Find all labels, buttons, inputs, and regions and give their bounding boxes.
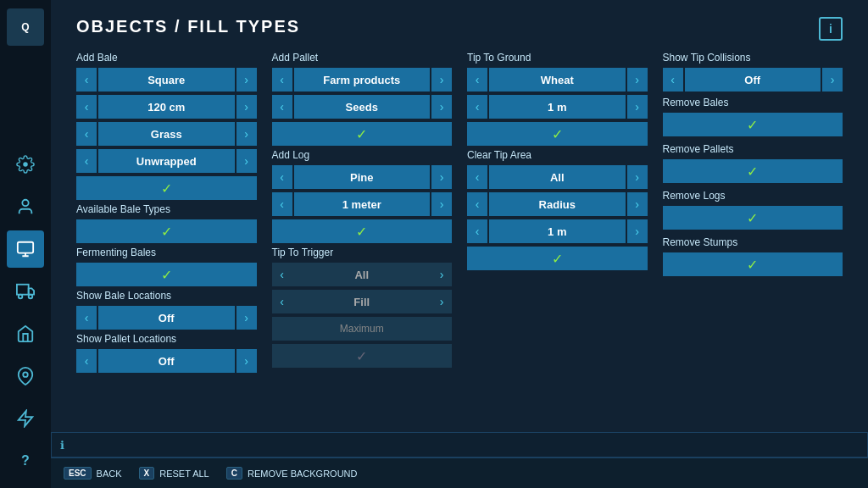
clear-dist-next[interactable]: ›	[627, 219, 648, 243]
bale-shape-selector: ‹ Square ›	[76, 68, 257, 92]
clear-all-prev[interactable]: ‹	[467, 165, 487, 189]
trig2-prev[interactable]: ‹	[272, 290, 292, 313]
remove-stumps-label: Remove Stumps	[663, 236, 843, 248]
reset-label: RESET ALL	[159, 469, 209, 479]
collisions-next[interactable]: ›	[822, 68, 843, 92]
map-icon[interactable]	[7, 358, 44, 395]
add-bale-section: Add Bale ‹ Square › ‹ 120 cm › ‹ Grass ›…	[76, 52, 257, 376]
bale-check1[interactable]: ✓	[76, 176, 257, 200]
clear-dist-value: 1 m	[489, 219, 626, 243]
vehicle-icon[interactable]	[7, 273, 44, 310]
svg-point-0	[22, 200, 28, 206]
back-label: BACK	[97, 469, 122, 479]
clear-dist-prev[interactable]: ‹	[467, 219, 487, 243]
pallet-type2-prev[interactable]: ‹	[272, 95, 292, 119]
info-button[interactable]: i	[819, 17, 843, 41]
clear-radius-next[interactable]: ›	[627, 192, 648, 216]
remove-stumps-section: Remove Stumps ✓	[663, 236, 843, 276]
pallet-type1-prev[interactable]: ‹	[272, 68, 292, 92]
page-title: OBJECTS / FILL TYPES	[76, 17, 843, 36]
person-icon[interactable]	[7, 188, 44, 225]
bale-type-prev[interactable]: ‹	[76, 122, 97, 146]
trig1-prev[interactable]: ‹	[272, 263, 292, 286]
log-type-next[interactable]: ›	[431, 165, 452, 189]
reset-key-badge: X	[139, 467, 155, 480]
tip-collisions-section: Show Tip Collisions ‹ Off › Remove Bales…	[663, 52, 843, 376]
bale-shape-next[interactable]: ›	[236, 68, 257, 92]
tip-check1[interactable]: ✓	[467, 122, 648, 146]
pallet-type2-next[interactable]: ›	[431, 95, 452, 119]
storage-icon[interactable]	[7, 230, 44, 268]
tip-ground-section: Tip To Ground ‹ Wheat › ‹ 1 m › ✓ Clear …	[467, 52, 648, 376]
collisions-prev[interactable]: ‹	[663, 68, 683, 92]
tip-dist-prev[interactable]: ‹	[467, 95, 487, 119]
bale-type-selector: ‹ Grass ›	[76, 122, 257, 146]
show-pallet-prev[interactable]: ‹	[76, 349, 97, 373]
fill-type-selector: ‹ Wheat ›	[467, 68, 648, 92]
trig2-next[interactable]: ›	[431, 290, 452, 313]
ferm-bale-label: Fermenting Bales	[76, 247, 257, 258]
bale-wrap-selector: ‹ Unwrapped ›	[76, 149, 257, 173]
bale-shape-prev[interactable]: ‹	[76, 68, 97, 92]
clear-all-next[interactable]: ›	[627, 165, 648, 189]
log-size-prev[interactable]: ‹	[272, 192, 292, 216]
show-bale-selector: ‹ Off ›	[76, 306, 257, 330]
show-pallet-next[interactable]: ›	[236, 349, 257, 373]
trigger-label: Tip To Trigger	[272, 247, 453, 258]
remove-pallets-check[interactable]: ✓	[663, 159, 843, 183]
q-icon[interactable]: Q	[7, 8, 44, 46]
log-type-prev[interactable]: ‹	[272, 165, 292, 189]
help-icon[interactable]: ?	[7, 442, 44, 480]
clear-radius-prev[interactable]: ‹	[467, 192, 487, 216]
log-size-next[interactable]: ›	[431, 192, 452, 216]
pallet-check[interactable]: ✓	[272, 122, 453, 146]
add-pallet-section: Add Pallet ‹ Farm products › ‹ Seeds › ✓…	[272, 52, 453, 376]
pallet-type1-value: Farm products	[294, 68, 431, 92]
tip-distance-selector: ‹ 1 m ›	[467, 95, 648, 119]
clear-area-label: Clear Tip Area	[467, 149, 648, 161]
bale-type-value: Grass	[98, 122, 235, 146]
info-bar: ℹ	[51, 432, 868, 458]
trigger1-selector: ‹ All ›	[272, 263, 453, 286]
bale-check3[interactable]: ✓	[76, 263, 257, 286]
trigger-check[interactable]: ✓	[272, 344, 453, 368]
remove-bg-button[interactable]: C REMOVE BACKGROUND	[226, 467, 358, 480]
settings-icon[interactable]	[7, 146, 44, 183]
remove-bales-section: Remove Bales ✓	[663, 97, 843, 136]
show-pallet-selector: ‹ Off ›	[76, 349, 257, 373]
clear-dist-selector: ‹ 1 m ›	[467, 219, 648, 243]
sidebar: Q ?	[0, 0, 51, 488]
remove-stumps-check[interactable]: ✓	[663, 252, 843, 276]
fill-type-next[interactable]: ›	[627, 68, 648, 92]
add-log-label: Add Log	[272, 149, 453, 161]
bale-size-selector: ‹ 120 cm ›	[76, 95, 257, 119]
fill-type-value: Wheat	[489, 68, 626, 92]
show-bale-prev[interactable]: ‹	[76, 306, 97, 330]
weather-icon[interactable]	[7, 400, 44, 437]
bale-type-next[interactable]: ›	[236, 122, 257, 146]
reset-button[interactable]: X RESET ALL	[139, 467, 209, 480]
remove-bales-label: Remove Bales	[663, 97, 843, 108]
bale-size-next[interactable]: ›	[236, 95, 257, 119]
remove-logs-check[interactable]: ✓	[663, 206, 843, 230]
show-bale-next[interactable]: ›	[236, 306, 257, 330]
bale-shape-value: Square	[98, 68, 235, 92]
bale-check2[interactable]: ✓	[76, 219, 257, 243]
tip-check2[interactable]: ✓	[467, 247, 648, 270]
back-button[interactable]: ESC BACK	[64, 467, 122, 480]
main-content: OBJECTS / FILL TYPES i Add Bale ‹ Square…	[51, 0, 868, 488]
bale-size-prev[interactable]: ‹	[76, 95, 97, 119]
farm-icon[interactable]	[7, 315, 44, 352]
trig1-next[interactable]: ›	[431, 263, 452, 286]
svg-rect-1	[18, 242, 33, 253]
trigger-max: Maximum	[272, 317, 453, 341]
fill-type-prev[interactable]: ‹	[467, 68, 487, 92]
remove-bales-check[interactable]: ✓	[663, 113, 843, 136]
bale-wrap-next[interactable]: ›	[236, 149, 257, 173]
pallet-type1-next[interactable]: ›	[431, 68, 452, 92]
log-check[interactable]: ✓	[272, 219, 453, 243]
svg-rect-2	[17, 285, 29, 295]
trig2-value: Fill	[294, 290, 431, 313]
bale-wrap-prev[interactable]: ‹	[76, 149, 97, 173]
tip-dist-next[interactable]: ›	[627, 95, 648, 119]
